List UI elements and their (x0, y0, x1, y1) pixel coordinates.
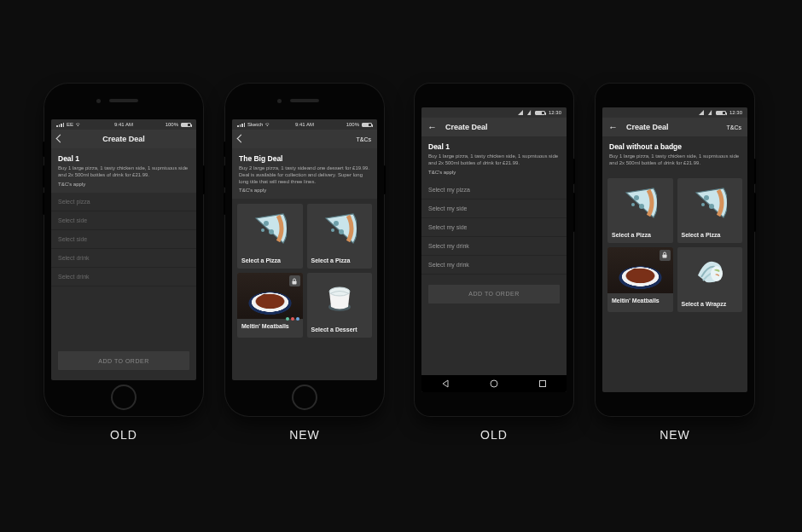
pizza-icon (253, 211, 287, 246)
nav-title: Create Deal (626, 123, 669, 131)
back-button[interactable] (238, 135, 244, 143)
caption-new: NEW (596, 428, 754, 442)
deal-header: Deal 1 Buy 1 large pizza, 1 tasty chicke… (421, 136, 567, 181)
caption-new: NEW (225, 428, 384, 442)
phone-android-old: 12:30 Create Deal Deal 1 Buy 1 large piz… (415, 84, 573, 416)
signal-icon (518, 110, 523, 115)
select-row[interactable]: Select my side (421, 200, 567, 218)
back-button[interactable] (608, 122, 618, 132)
nav-recent-icon[interactable] (538, 379, 548, 389)
deal-title: Deal 1 (428, 142, 560, 151)
deal-description: Buy 1 large pizza, 1 tasty chicken side,… (609, 153, 741, 167)
select-row[interactable]: Select drink (51, 249, 196, 268)
svg-rect-8 (539, 381, 545, 387)
status-bar: 12:30 (421, 107, 567, 118)
select-row[interactable]: Select my side (421, 218, 567, 237)
deal-card-pizza[interactable]: Select a Pizza (677, 178, 743, 243)
deal-title: Deal without a badge (609, 142, 741, 151)
option-dots (286, 317, 299, 321)
nav-back-icon[interactable] (440, 379, 450, 389)
deal-description: Buy 1 large pizza, 1 tasty chicken side,… (428, 153, 560, 167)
deal-card-wrap[interactable]: Select a Wrapzz (677, 247, 743, 312)
signal-icon (699, 110, 704, 115)
app-navbar: Create Deal T&Cs (602, 118, 747, 136)
lock-icon (289, 275, 300, 286)
back-button[interactable] (57, 135, 63, 143)
tcs-link[interactable]: T&Cs (727, 124, 742, 130)
lock-icon (660, 250, 671, 261)
app-navbar: Create Deal (51, 130, 196, 148)
deal-card-dessert[interactable]: Select a Dessert (307, 273, 373, 338)
android-system-nav (421, 375, 567, 392)
status-bar: EE ᯤ 9:41 AM 100% (51, 119, 196, 130)
app-navbar: Create Deal (421, 118, 567, 136)
deal-title: The Big Deal (239, 154, 370, 163)
add-to-order-button[interactable]: ADD TO ORDER (58, 351, 189, 370)
deal-header: Deal without a badge Buy 1 large pizza, … (602, 136, 747, 173)
wrap-icon (693, 255, 727, 289)
tcs-text: T&C's apply (58, 182, 189, 187)
deal-title: Deal 1 (58, 154, 189, 163)
deal-card-meatballs[interactable]: Meltin' Meatballs (237, 273, 303, 338)
deal-header: Deal 1 Buy 1 large pizza, 1 tasty chicke… (51, 148, 196, 193)
status-bar: Sketch ᯤ 9:41 AM 100% (232, 119, 377, 130)
caption-old: OLD (415, 428, 573, 442)
status-bar: 12:30 (602, 107, 747, 118)
deal-card-pizza[interactable]: Select a Pizza (237, 204, 303, 269)
deal-card-pizza[interactable]: Select a Pizza (307, 204, 373, 269)
select-row[interactable]: Select my drink (421, 237, 567, 256)
app-navbar: T&Cs (232, 130, 377, 148)
select-row[interactable]: Select drink (51, 268, 196, 286)
deal-header: The Big Deal Buy 2 large pizza, 1 tasty … (232, 148, 377, 199)
tcs-link[interactable]: T&Cs (357, 136, 372, 142)
deal-description: Buy 1 large pizza, 1 tasty chicken side,… (58, 165, 189, 179)
phone-android-new: 12:30 Create Deal T&Cs Deal without a ba… (596, 84, 754, 416)
select-row[interactable]: Select my drink (421, 256, 567, 275)
deal-description: Buy 2 large pizza, 1 tasty sideand one d… (239, 165, 370, 185)
select-row[interactable]: Select side (51, 211, 196, 230)
tcs-text: T&C's apply (239, 188, 370, 193)
nav-title: Create Deal (102, 135, 145, 143)
pizza-icon (623, 186, 657, 220)
phone-iphone-old: EE ᯤ 9:41 AM 100% Create Deal Deal 1 Buy… (44, 84, 203, 416)
select-row[interactable]: Select pizza (51, 193, 196, 211)
nav-home-icon[interactable] (489, 379, 499, 389)
deal-card-pizza[interactable]: Select a Pizza (607, 178, 673, 243)
dessert-pot-icon (325, 283, 354, 312)
tcs-text: T&C's apply (428, 170, 560, 175)
svg-point-7 (491, 380, 497, 387)
deal-card-meatballs[interactable]: Meltin' Meatballs (607, 247, 673, 312)
phone-iphone-new: Sketch ᯤ 9:41 AM 100% T&Cs The Big Deal … (225, 84, 384, 416)
select-row[interactable]: Select my pizza (421, 181, 567, 200)
pizza-icon (693, 186, 727, 220)
back-button[interactable] (427, 122, 437, 132)
nav-title: Create Deal (445, 123, 488, 131)
add-to-order-button[interactable]: ADD TO ORDER (428, 285, 560, 304)
caption-old: OLD (44, 428, 203, 442)
select-row[interactable]: Select side (51, 230, 196, 249)
pizza-icon (323, 211, 357, 246)
